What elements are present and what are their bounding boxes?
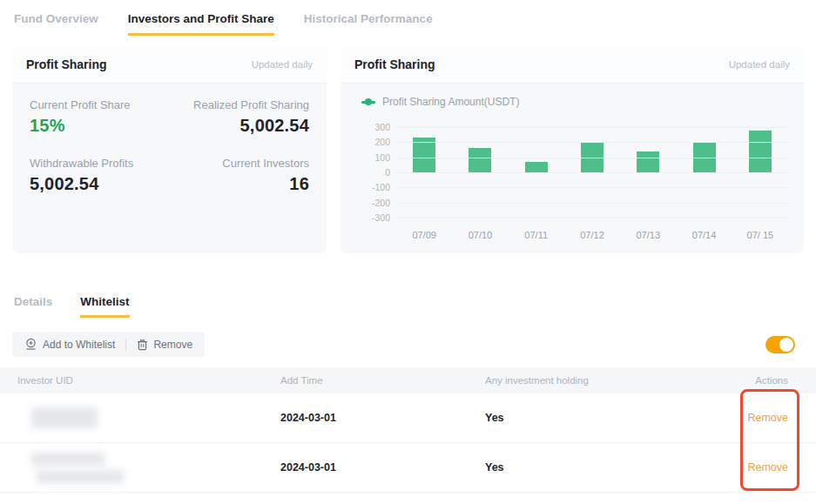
trash-icon: [137, 339, 148, 351]
summary-cards-row: Profit Sharing Updated daily Current Pro…: [12, 46, 804, 253]
add-time-cell: 2024-03-01: [280, 461, 485, 474]
top-tab-fund-overview[interactable]: Fund Overview: [14, 12, 98, 36]
table-body: 2024-03-01YesRemove2024-03-01YesRemove: [0, 393, 816, 493]
redacted-uid: [17, 453, 280, 483]
stat-item: Realized Profit Sharing5,002.54: [170, 98, 310, 136]
stat-item: Current Profit Share15%: [30, 98, 170, 136]
chart-gridline: [396, 218, 788, 218]
stat-label: Current Investors: [170, 157, 310, 170]
investor-uid-cell: [17, 453, 280, 483]
chart-bar: [469, 148, 491, 172]
y-axis-tick-label: 200: [374, 137, 396, 147]
stat-value: 5,002.54: [170, 116, 310, 136]
whitelist-toolbar: Add to Whitelist Remove: [12, 332, 795, 357]
y-axis-tick-label: -100: [372, 182, 396, 192]
toggle-knob: [779, 338, 793, 352]
chart-plot-area: 3002001000-100-200-300: [396, 127, 788, 218]
uid-blur-patch: [31, 407, 98, 428]
top-tab-historical-performance[interactable]: Historical Performance: [304, 12, 433, 36]
stat-value: 16: [170, 174, 310, 194]
table-header-cell: Actions: [711, 375, 799, 386]
legend-label: Profit Sharing Amount(USDT): [382, 96, 519, 108]
add-to-whitelist-icon: [24, 338, 37, 351]
x-axis-tick-label: 07/14: [676, 230, 732, 240]
stat-item: Withdrawable Profits5,002.54: [30, 157, 170, 194]
x-axis-tick-label: 07/11: [509, 230, 564, 240]
y-axis-tick-label: -200: [372, 198, 396, 208]
toolbar-button-group: Add to Whitelist Remove: [12, 332, 205, 357]
x-axis-tick-label: 07/10: [452, 230, 508, 240]
top-tab-bar: Fund OverviewInvestors and Profit ShareH…: [0, 0, 816, 36]
add-to-whitelist-label: Add to Whitelist: [43, 339, 115, 351]
actions-cell: Remove: [711, 461, 799, 474]
whitelist-toggle-switch[interactable]: [765, 336, 795, 353]
chart-bar: [637, 151, 659, 172]
redacted-uid: [17, 407, 280, 428]
table-header-row: Investor UIDAdd TimeAny investment holdi…: [0, 367, 816, 393]
whitelist-table: Investor UIDAdd TimeAny investment holdi…: [0, 367, 816, 493]
remove-button-label: Remove: [153, 339, 192, 351]
profit-sharing-stats-card: Profit Sharing Updated daily Current Pro…: [12, 46, 327, 253]
chart-bar: [749, 131, 772, 173]
chart-gridline: [396, 187, 788, 188]
add-time-cell: 2024-03-01: [280, 412, 485, 424]
chart-legend: Profit Sharing Amount(USDT): [361, 96, 804, 108]
profit-sharing-bar-chart: 3002001000-100-200-300 07/0907/1007/1107…: [353, 127, 788, 240]
toolbar-divider: [125, 339, 126, 351]
table-row: 2024-03-01YesRemove: [0, 443, 816, 493]
chart-card-title: Profit Sharing: [354, 57, 435, 71]
y-axis-tick-label: 100: [374, 152, 396, 163]
table-header-cell: Add Time: [280, 375, 485, 386]
holding-cell: Yes: [485, 461, 711, 474]
chart-gridline: [396, 203, 788, 204]
remove-button[interactable]: Remove: [137, 339, 192, 351]
remove-row-link[interactable]: Remove: [711, 461, 788, 474]
stats-card-title: Profit Sharing: [26, 57, 107, 71]
chart-bar: [525, 162, 548, 172]
stat-value: 15%: [30, 116, 170, 136]
holding-cell: Yes: [485, 412, 711, 424]
add-to-whitelist-button[interactable]: Add to Whitelist: [24, 338, 115, 351]
section-tab-bar: DetailsWhitelist: [14, 295, 802, 318]
chart-x-axis-labels: 07/0907/1007/1107/1207/1307/1407/ 15: [396, 230, 788, 240]
chart-gridline: [396, 172, 788, 173]
remove-row-link[interactable]: Remove: [711, 412, 788, 424]
stat-label: Withdrawable Profits: [30, 157, 170, 170]
stat-label: Current Profit Share: [30, 98, 170, 111]
chart-gridline: [396, 158, 788, 158]
chart-gridline: [396, 127, 788, 128]
x-axis-tick-label: 07/13: [620, 230, 676, 240]
y-axis-tick-label: -300: [372, 212, 396, 223]
profit-sharing-chart-card: Profit Sharing Updated daily Profit Shar…: [341, 46, 804, 253]
stats-card-updated-label: Updated daily: [252, 59, 313, 70]
section-tab-details[interactable]: Details: [14, 295, 52, 318]
table-header-cell: Any investment holding: [485, 375, 711, 386]
x-axis-tick-label: 07/12: [564, 230, 620, 240]
stats-card-header: Profit Sharing Updated daily: [12, 46, 327, 84]
chart-card-updated-label: Updated daily: [729, 59, 790, 70]
uid-blur-patch: [31, 453, 105, 466]
table-header-cell: Investor UID: [17, 375, 280, 386]
stats-grid: Current Profit Share15%Realized Profit S…: [12, 84, 327, 194]
table-row: 2024-03-01YesRemove: [0, 393, 816, 443]
stat-label: Realized Profit Sharing: [170, 98, 310, 111]
x-axis-tick-label: 07/ 15: [732, 230, 788, 240]
investor-uid-cell: [17, 407, 280, 428]
fund-management-page: Fund OverviewInvestors and Profit ShareH…: [0, 0, 816, 504]
chart-card-header: Profit Sharing Updated daily: [341, 46, 804, 84]
y-axis-tick-label: 300: [374, 122, 396, 132]
uid-blur-patch: [37, 470, 124, 483]
actions-cell: Remove: [711, 412, 799, 424]
legend-marker-icon: [361, 101, 375, 104]
stat-value: 5,002.54: [30, 174, 170, 194]
x-axis-tick-label: 07/09: [396, 230, 452, 240]
top-tab-investors-and-profit-share[interactable]: Investors and Profit Share: [128, 12, 274, 36]
section-tab-whitelist[interactable]: Whitelist: [80, 295, 129, 318]
stat-item: Current Investors16: [170, 157, 310, 194]
chart-gridline: [396, 142, 788, 143]
y-axis-tick-label: 0: [385, 167, 396, 178]
